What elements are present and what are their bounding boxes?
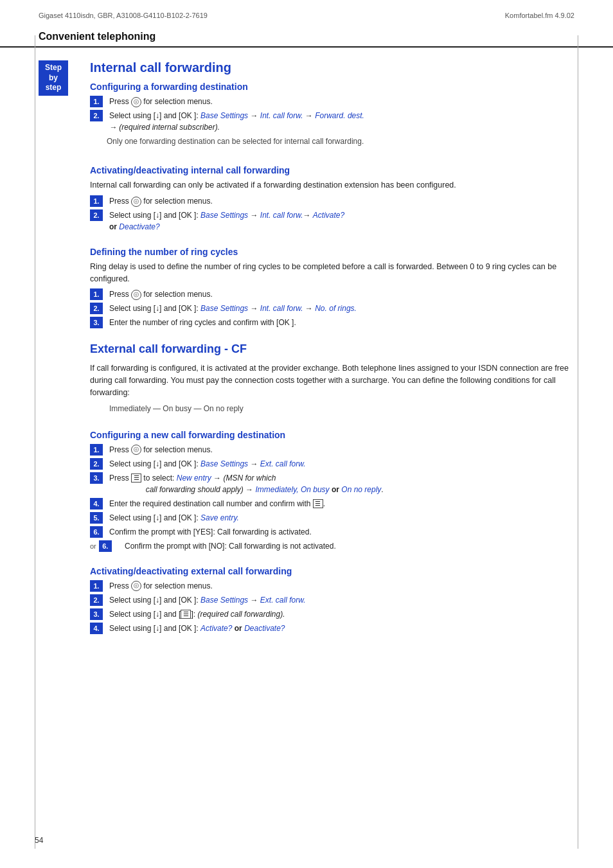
step-num-e3: 3. — [90, 608, 103, 620]
link-no-of-rings: No. of rings. — [315, 304, 357, 313]
step-num-1: 1. — [90, 96, 103, 107]
menu-icon: ☰ — [131, 474, 141, 483]
content-area: Internal call forwarding Configuring a f… — [84, 60, 574, 637]
new-step-6b: or 6. Confirm the prompt with [NO]: Call… — [90, 540, 574, 552]
link-base-settings-3: Base Settings — [200, 304, 248, 313]
ext-step-2-text: Select using [↓] and [OK ]: Base Setting… — [109, 594, 574, 606]
ext-step-4: 4. Select using [↓] and [OK ]: Activate?… — [90, 623, 574, 634]
ring-cycles-desc: Ring delay is used to define the number … — [90, 261, 574, 285]
ring-step-2-text: Select using [↓] and [OK ]: Base Setting… — [109, 303, 574, 314]
phone-icon-4: ⦾ — [131, 445, 141, 455]
step-num-a1: 1. — [90, 195, 103, 207]
link-forward-dest: Forward. dest. — [315, 111, 364, 120]
link-base-settings-5: Base Settings — [200, 596, 248, 605]
link-deactivate-2: Deactivate? — [244, 624, 285, 633]
step-sidebar: Step by step — [39, 60, 84, 637]
header-left: Gigaset 4110isdn, GBR, A31008-G4110-B102… — [39, 12, 208, 19]
activate-step-2: 2. Select using [↓] and [OK ]: Base Sett… — [90, 209, 574, 233]
step-num-n6a: 6. — [90, 526, 103, 538]
new-step-4: 4. Enter the required destination call n… — [90, 498, 574, 509]
new-step-6a-text: Confirm the prompt with [YES]: Call forw… — [109, 526, 574, 538]
main-content: Step by step Internal call forwarding Co… — [0, 48, 613, 650]
step-num-r3: 3. — [90, 317, 103, 328]
step-1-text: Press ⦾ for selection menus. — [109, 96, 574, 107]
step-num-n2: 2. — [90, 458, 103, 470]
page-wrapper: Gigaset 4110isdn, GBR, A31008-G4110-B102… — [0, 0, 613, 868]
or-text: or — [109, 222, 117, 231]
new-step-5-text: Select using [↓] and [OK ]: Save entry. — [109, 512, 574, 524]
config-forwarding-note: Only one forwarding destination can be s… — [107, 136, 574, 147]
link-base-settings: Base Settings — [200, 111, 248, 120]
ext-step-2: 2. Select using [↓] and [OK ]: Base Sett… — [90, 594, 574, 606]
link-ext-call-forw: Ext. call forw. — [260, 459, 306, 468]
new-step-2: 2. Select using [↓] and [OK ]: Base Sett… — [90, 458, 574, 470]
ring-step-3-text: Enter the number of ring cycles and conf… — [109, 317, 574, 328]
link-save-entry: Save entry. — [200, 513, 239, 522]
link-immediately-on-busy: Immediately, On busy — [255, 485, 329, 494]
link-on-no-reply: On no reply — [341, 485, 381, 494]
link-ext-call-forw-2: Ext. call forw. — [260, 596, 306, 605]
step-num-n3: 3. — [90, 472, 103, 484]
page-number: 54 — [35, 836, 43, 845]
ring-step-2: 2. Select using [↓] and [OK ]: Base Sett… — [90, 303, 574, 314]
link-base-settings-2: Base Settings — [200, 211, 248, 220]
link-base-settings-4: Base Settings — [200, 459, 248, 468]
phone-icon-2: ⦾ — [131, 197, 141, 207]
section-title-bar: Convenient telephoning — [0, 24, 613, 48]
link-int-call-forw-2: Int. call forw. — [260, 211, 303, 220]
step-line: 1. Press ⦾ for selection menus. — [90, 96, 574, 107]
external-heading: External call forwarding - CF — [90, 342, 574, 356]
page-header: Gigaset 4110isdn, GBR, A31008-G4110-B102… — [0, 0, 613, 24]
new-step-4-text: Enter the required destination call numb… — [109, 498, 574, 509]
external-conditions: Immediately — On busy — On no reply — [109, 403, 574, 414]
section-title: Convenient telephoning — [39, 31, 574, 42]
step-2-italic: → (required internal subscriber). — [109, 123, 220, 132]
ring-step-1: 1. Press ⦾ for selection menus. — [90, 288, 574, 300]
step-num-e4: 4. — [90, 623, 103, 634]
header-right: Komfortabel.fm 4.9.02 — [505, 12, 574, 19]
step-num-e1: 1. — [90, 580, 103, 592]
ext-step-1-text: Press ⦾ for selection menus. — [109, 580, 574, 592]
ring-step-1-text: Press ⦾ for selection menus. — [109, 288, 574, 300]
step-num-n1: 1. — [90, 444, 103, 456]
link-int-call-forw-3: Int. call forw. — [260, 304, 303, 313]
activate-step-1: 1. Press ⦾ for selection menus. — [90, 195, 574, 207]
activate-step-2-text: Select using [↓] and [OK ]: Base Setting… — [109, 209, 574, 233]
menu-icon-3: ☰ — [181, 610, 191, 619]
new-step-3-text: Press ☰ to select: New entry → (MSN for … — [109, 472, 574, 495]
link-deactivate: Deactivate? — [119, 222, 159, 231]
new-step-6a: 6. Confirm the prompt with [YES]: Call f… — [90, 526, 574, 538]
ext-step-3: 3. Select using [↓] and [☰]: (required c… — [90, 608, 574, 620]
or-text-2: or — [332, 485, 339, 494]
step-num-n4: 4. — [90, 498, 103, 509]
step-num-a2: 2. — [90, 209, 103, 221]
or-label: or — [90, 540, 96, 552]
page-footer: 54 — [35, 836, 43, 845]
new-step-5: 5. Select using [↓] and [OK ]: Save entr… — [90, 512, 574, 524]
step-2-text: Select using [↓] and [OK ]: Base Setting… — [109, 110, 574, 133]
ext-step-3-text: Select using [↓] and [☰]: (required call… — [109, 608, 574, 620]
step-num-r2: 2. — [90, 303, 103, 314]
main-heading: Internal call forwarding — [90, 60, 574, 75]
new-step-1: 1. Press ⦾ for selection menus. — [90, 444, 574, 456]
step-box: Step by step — [39, 60, 68, 96]
step-num-r1: 1. — [90, 288, 103, 300]
link-new-entry: New entry — [177, 474, 211, 483]
new-step-3: 3. Press ☰ to select: New entry → (MSN f… — [90, 472, 574, 495]
or-text-3: or — [235, 624, 242, 633]
step-num-n6b: 6. — [99, 540, 112, 552]
step-num-e2: 2. — [90, 594, 103, 606]
new-step-6b-text: Confirm the prompt with [NO]: Call forwa… — [125, 540, 574, 552]
external-desc: If call forwarding is configured, it is … — [90, 362, 574, 398]
new-step-1-text: Press ⦾ for selection menus. — [109, 444, 574, 456]
section-config-forwarding-heading: Configuring a forwarding destination — [90, 82, 574, 92]
link-int-call-forw: Int. call forw. — [260, 111, 303, 120]
phone-icon: ⦾ — [131, 97, 141, 107]
margin-line-right — [578, 35, 578, 849]
phone-icon-5: ⦾ — [131, 581, 141, 591]
activate-step-1-text: Press ⦾ for selection menus. — [109, 195, 574, 207]
link-activate-2: Activate? — [200, 624, 232, 633]
section-activate-internal-heading: Activating/deactivating internal call fo… — [90, 165, 574, 175]
section-config-new-heading: Configuring a new call forwarding destin… — [90, 430, 574, 440]
step-num-2: 2. — [90, 110, 103, 121]
